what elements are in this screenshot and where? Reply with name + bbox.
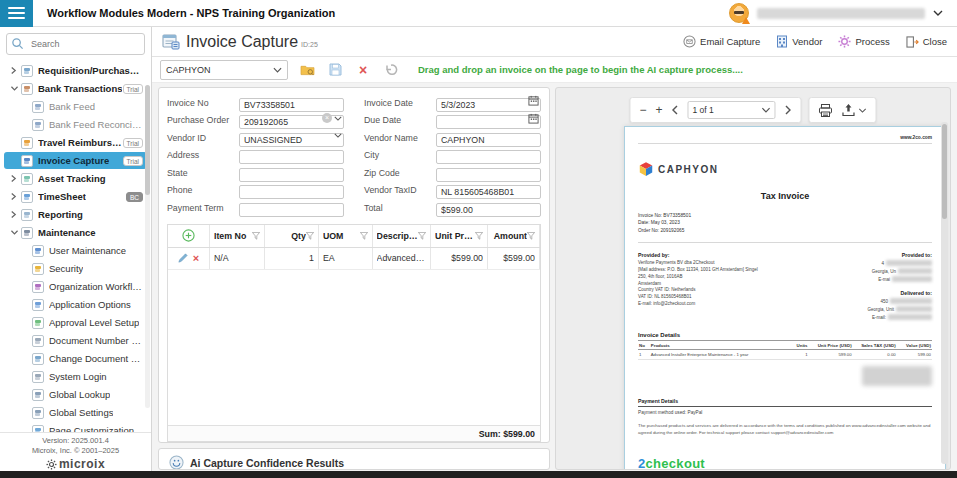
vendor-button[interactable]: Vendor bbox=[776, 35, 822, 48]
chevron-down-icon[interactable] bbox=[334, 133, 342, 138]
sidebar-item-travel-reimbursement[interactable]: Travel ReimbursementTrial bbox=[4, 134, 147, 151]
filter-icon[interactable] bbox=[418, 232, 426, 240]
sidebar-item-global-settings[interactable]: Global Settings bbox=[4, 404, 147, 421]
input-invoice-date[interactable] bbox=[436, 98, 541, 112]
email-capture-button[interactable]: Email Capture bbox=[683, 35, 760, 48]
sidebar-item-timesheet[interactable]: TimeSheetBC bbox=[4, 188, 147, 205]
chevron-down-icon[interactable] bbox=[10, 229, 21, 236]
user-menu[interactable] bbox=[729, 3, 957, 23]
filter-icon[interactable] bbox=[527, 232, 535, 240]
filter-icon[interactable] bbox=[475, 232, 483, 240]
field-total: Total bbox=[364, 200, 541, 215]
search-icon bbox=[11, 37, 24, 50]
process-button[interactable]: Process bbox=[838, 35, 889, 48]
clear-icon[interactable]: × bbox=[322, 113, 332, 123]
ai-panel-title: Ai Capture Confidence Results bbox=[190, 457, 344, 469]
sidebar-item-label: User Maintenance bbox=[49, 245, 126, 256]
add-row-icon[interactable] bbox=[182, 229, 195, 242]
template-select[interactable]: CAPHYON bbox=[160, 60, 288, 80]
doc-meta-line: Invoice No: BV73358501 bbox=[638, 212, 932, 219]
zoom-out-button[interactable]: − bbox=[639, 104, 646, 116]
sidebar-item-system-login[interactable]: System Login bbox=[4, 368, 147, 385]
save-button[interactable] bbox=[323, 59, 347, 80]
capture-toolbar: CAPHYON × Drag and drop an invoice on th… bbox=[152, 57, 957, 83]
zoom-in-button[interactable]: + bbox=[656, 104, 663, 116]
input-phone[interactable] bbox=[239, 185, 344, 199]
sidebar-item-approval-level-setup[interactable]: Approval Level Setup bbox=[4, 314, 147, 331]
column-header-item-no: Item No bbox=[210, 225, 265, 247]
filter-icon[interactable] bbox=[252, 232, 260, 240]
undo-icon bbox=[384, 64, 398, 76]
chevron-right-icon[interactable] bbox=[10, 210, 21, 219]
chevron-right-icon[interactable] bbox=[10, 192, 21, 201]
input-state[interactable] bbox=[239, 168, 344, 182]
maintenance-icon bbox=[21, 227, 33, 239]
input-vendor-id[interactable] bbox=[239, 133, 344, 147]
filter-icon[interactable] bbox=[360, 232, 368, 240]
sidebar-item-label: Document Number Setup bbox=[49, 335, 143, 346]
chevron-right-icon[interactable] bbox=[10, 174, 21, 183]
sidebar-item-document-number-setup[interactable]: Document Number Setup bbox=[4, 332, 147, 349]
sidebar-item-organization-workflow[interactable]: Organization Workflow bbox=[4, 278, 147, 295]
export-button[interactable] bbox=[842, 103, 867, 117]
sidebar-item-requisition-purchase-order[interactable]: Requisition/Purchase Order bbox=[4, 62, 147, 79]
input-city[interactable] bbox=[436, 150, 541, 164]
preview-scrollbar[interactable] bbox=[941, 122, 948, 464]
panels: Invoice NoPurchase Order×Vendor IDAddres… bbox=[152, 83, 957, 478]
sidebar-item-security[interactable]: Security bbox=[4, 260, 147, 277]
sidebar-item-bank-feed-reconciliation[interactable]: Bank Feed Reconciliation bbox=[4, 116, 147, 133]
delete-button[interactable]: × bbox=[351, 59, 375, 80]
table-row[interactable]: ×N/A1EAAdvanced Installer ...$599.00$599… bbox=[168, 248, 540, 270]
next-page-button[interactable] bbox=[785, 105, 792, 115]
sidebar-item-reporting[interactable]: Reporting bbox=[4, 206, 147, 223]
sidebar-item-invoice-capture[interactable]: Invoice CaptureTrial bbox=[4, 152, 147, 169]
undo-button[interactable] bbox=[379, 59, 403, 80]
input-total[interactable] bbox=[436, 203, 541, 217]
sidebar-scrollbar[interactable] bbox=[145, 85, 150, 408]
filter-icon[interactable] bbox=[306, 232, 314, 240]
timesheet-icon bbox=[21, 191, 33, 203]
delete-row-icon[interactable]: × bbox=[193, 253, 199, 264]
sidebar-item-application-options[interactable]: Application Options bbox=[4, 296, 147, 313]
sidebar-item-change-document-ownership[interactable]: Change Document Ownership bbox=[4, 350, 147, 367]
hamburger-menu-button[interactable] bbox=[0, 0, 33, 27]
input-vendor-name[interactable] bbox=[436, 133, 541, 147]
page-actions: Email CaptureVendorProcessClose bbox=[683, 35, 947, 48]
chevron-down-icon[interactable] bbox=[10, 85, 21, 92]
sidebar-item-bank-transactions[interactable]: Bank TransactionsTrial bbox=[4, 80, 147, 97]
doc-title: Tax Invoice bbox=[638, 191, 932, 201]
open-template-folder-button[interactable] bbox=[295, 59, 319, 80]
invoice-capture-page-icon bbox=[162, 34, 180, 50]
column-header-qty: Qty bbox=[265, 225, 319, 247]
page-indicator-select[interactable]: 1 of 1 bbox=[688, 101, 776, 119]
previous-page-button[interactable] bbox=[672, 105, 679, 115]
sidebar-item-bank-feed[interactable]: Bank Feed bbox=[4, 98, 147, 115]
search-input[interactable] bbox=[6, 33, 145, 55]
edit-row-icon[interactable] bbox=[178, 253, 188, 263]
line-items-table: Item NoQtyUOMDescriptionUnit PriceAmount… bbox=[167, 224, 541, 443]
sidebar-item-maintenance[interactable]: Maintenance bbox=[4, 224, 147, 241]
sidebar-item-label: Requisition/Purchase Order bbox=[38, 65, 143, 76]
print-button[interactable] bbox=[819, 104, 833, 117]
input-due-date[interactable] bbox=[436, 115, 541, 129]
chevron-right-icon[interactable] bbox=[10, 66, 21, 75]
close-button[interactable]: Close bbox=[906, 36, 947, 48]
calendar-icon[interactable] bbox=[528, 95, 539, 106]
field-label: Phone bbox=[167, 185, 239, 195]
chevron-down-icon[interactable] bbox=[334, 116, 342, 121]
input-vendor-taxid[interactable] bbox=[436, 185, 541, 199]
sidebar-item-asset-tracking[interactable]: Asset Tracking bbox=[4, 170, 147, 187]
delete-icon: × bbox=[359, 61, 367, 79]
field-label: Address bbox=[167, 150, 239, 160]
sidebar-item-user-maintenance[interactable]: User Maintenance bbox=[4, 242, 147, 259]
input-zip-code[interactable] bbox=[436, 168, 541, 182]
microix-logo: microix bbox=[0, 457, 151, 471]
delivered-to-block-redacted: 450Georgia, UnitE-mail: bbox=[798, 298, 932, 320]
input-payment-term[interactable] bbox=[239, 203, 344, 217]
input-invoice-no[interactable] bbox=[239, 98, 344, 112]
input-address[interactable] bbox=[239, 150, 344, 164]
calendar-icon[interactable] bbox=[528, 113, 539, 124]
sidebar-item-global-lookup[interactable]: Global Lookup bbox=[4, 386, 147, 403]
avatar bbox=[729, 3, 749, 23]
sidebar-item-label: Asset Tracking bbox=[38, 173, 106, 184]
